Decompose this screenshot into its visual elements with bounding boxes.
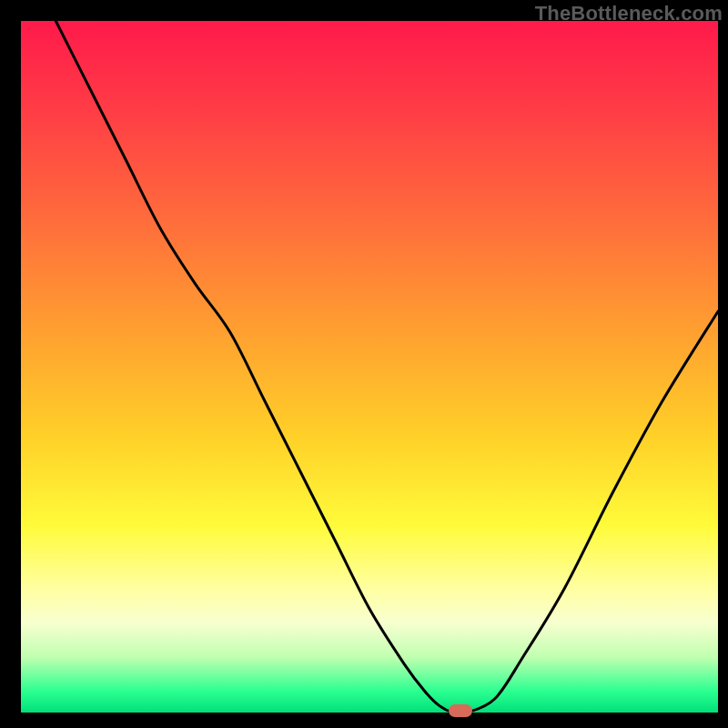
plot-area bbox=[21, 21, 718, 713]
chart-frame: TheBottleneck.com bbox=[0, 0, 728, 728]
attribution-watermark: TheBottleneck.com bbox=[535, 2, 723, 25]
bottleneck-curve bbox=[21, 21, 718, 713]
optimum-marker bbox=[449, 704, 472, 717]
